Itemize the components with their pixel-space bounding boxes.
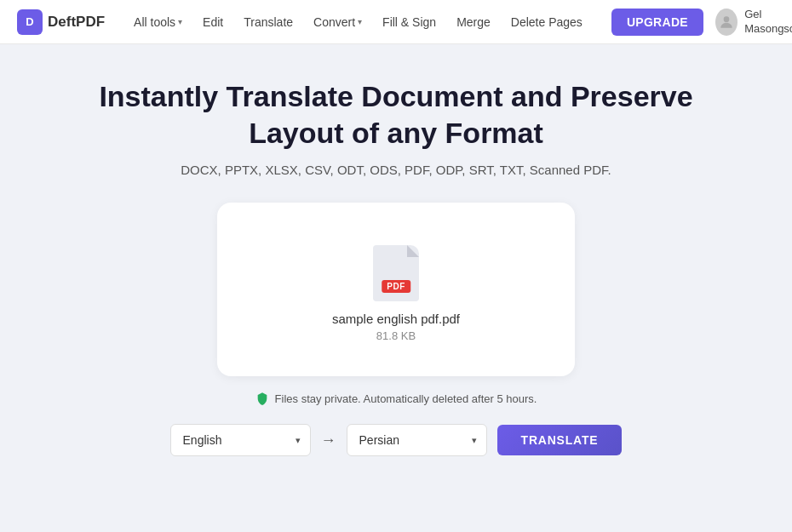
nav-all-tools[interactable]: All tools ▾ bbox=[125, 10, 191, 34]
pdf-badge: PDF bbox=[382, 280, 410, 293]
file-name: sample english pdf.pdf bbox=[332, 312, 460, 326]
logo-name: DeftPDF bbox=[48, 14, 105, 31]
pdf-file-icon: PDF bbox=[373, 245, 419, 301]
nav-edit[interactable]: Edit bbox=[194, 10, 232, 34]
source-language-wrapper: English Spanish French German Portuguese… bbox=[170, 424, 311, 456]
logo[interactable]: D DeftPDF bbox=[17, 9, 105, 35]
target-language-wrapper: English Spanish French German Portuguese… bbox=[347, 424, 487, 456]
navbar: D DeftPDF All tools ▾ Edit Translate Con… bbox=[0, 0, 792, 44]
user-name: Gel Masongsong bbox=[744, 8, 792, 37]
logo-icon: D bbox=[17, 9, 43, 35]
nav-convert[interactable]: Convert ▾ bbox=[305, 10, 370, 34]
user-menu[interactable]: Gel Masongsong bbox=[715, 8, 792, 37]
main-content: Instantly Translate Document and Preserv… bbox=[0, 44, 792, 482]
chevron-down-icon: ▾ bbox=[358, 17, 362, 26]
nav-fill-sign[interactable]: Fill & Sign bbox=[374, 10, 445, 34]
translate-button[interactable]: TRANSLATE bbox=[497, 425, 623, 455]
translate-controls: English Spanish French German Portuguese… bbox=[170, 424, 623, 456]
nav-items: All tools ▾ Edit Translate Convert ▾ Fil… bbox=[125, 10, 591, 34]
chevron-down-icon: ▾ bbox=[178, 17, 182, 26]
file-icon-fold bbox=[407, 245, 419, 257]
file-icon-body: PDF bbox=[373, 245, 419, 301]
page-subtitle: DOCX, PPTX, XLSX, CSV, ODT, ODS, PDF, OD… bbox=[181, 163, 611, 177]
svg-point-0 bbox=[724, 16, 730, 22]
page-title: Instantly Translate Document and Preserv… bbox=[98, 78, 694, 151]
source-language-select[interactable]: English Spanish French German Portuguese… bbox=[170, 424, 311, 456]
file-card: PDF sample english pdf.pdf 81.8 KB bbox=[217, 203, 575, 376]
target-language-select[interactable]: English Spanish French German Portuguese… bbox=[347, 424, 487, 456]
nav-right: UPGRADE Gel Masongsong bbox=[611, 8, 792, 37]
shield-icon bbox=[255, 392, 269, 405]
nav-delete-pages[interactable]: Delete Pages bbox=[502, 10, 591, 34]
nav-merge[interactable]: Merge bbox=[448, 10, 499, 34]
arrow-icon: → bbox=[321, 432, 336, 449]
upgrade-button[interactable]: UPGRADE bbox=[611, 9, 703, 36]
nav-translate[interactable]: Translate bbox=[235, 10, 301, 34]
file-size: 81.8 KB bbox=[376, 329, 416, 342]
privacy-note: Files stay private. Automatically delete… bbox=[255, 392, 537, 405]
avatar bbox=[715, 9, 737, 36]
